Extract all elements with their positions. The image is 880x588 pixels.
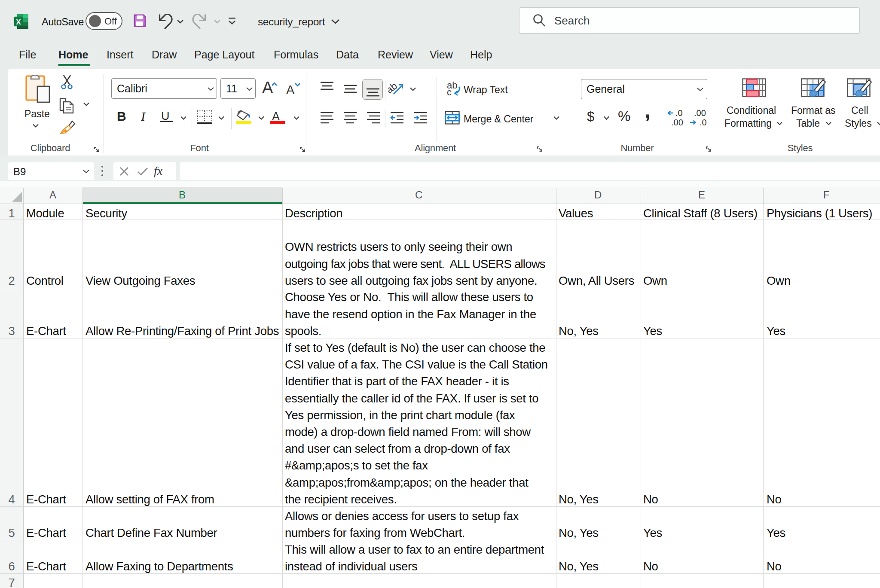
svg-text:.0: .0 (700, 118, 707, 127)
svg-text:.00: .00 (671, 118, 683, 127)
svg-text:.00: .00 (694, 109, 706, 118)
svg-text:c: c (447, 87, 452, 97)
svg-text:X: X (16, 18, 21, 26)
svg-text:.0: .0 (675, 109, 683, 118)
